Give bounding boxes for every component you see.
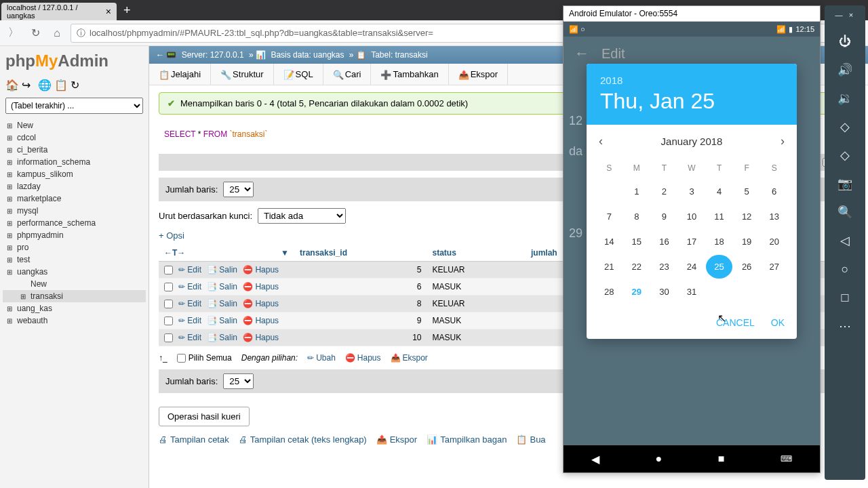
db-item-test[interactable]: ⊞test [3, 253, 146, 266]
row-checkbox[interactable] [164, 333, 173, 342]
delete-row-button[interactable]: ⛔ Hapus [243, 316, 279, 325]
day-31[interactable]: 31 [679, 280, 705, 304]
tab-struktur[interactable]: 🔧Struktur [211, 64, 274, 85]
nav-home-icon[interactable]: ● [656, 453, 663, 465]
day-21[interactable]: 21 [596, 255, 623, 279]
edit-row-button[interactable]: ✏ Edit [178, 333, 201, 342]
day-17[interactable]: 17 [679, 230, 705, 253]
breadcrumb-table[interactable]: Tabel: transaksi [371, 50, 427, 60]
db-item-cdcol[interactable]: ⊞cdcol [3, 131, 146, 144]
tab-sql[interactable]: 📝SQL [274, 64, 323, 85]
db-item-marketplace[interactable]: ⊞marketplace [3, 192, 146, 205]
table-item-transaksi[interactable]: ⊞transaksi [3, 290, 146, 302]
minimize-icon[interactable]: — [833, 9, 844, 20]
day-15[interactable]: 15 [624, 230, 650, 253]
nav-recent-icon[interactable]: ■ [718, 453, 725, 465]
table-item-New[interactable]: New [3, 278, 146, 290]
day-22[interactable]: 22 [624, 255, 650, 279]
delete-row-button[interactable]: ⛔ Hapus [243, 282, 279, 291]
power-icon[interactable]: ⏻ [830, 28, 860, 54]
breadcrumb-db[interactable]: Basis data: uangkas [271, 50, 344, 60]
rotate-left-icon[interactable]: ◇ [830, 114, 860, 140]
db-item-pro[interactable]: ⊞pro [3, 241, 146, 253]
nav-back-icon[interactable]: ◀ [591, 453, 599, 466]
home-icon[interactable]: 🏠 [5, 79, 18, 91]
home-icon[interactable]: ⌂ [49, 25, 65, 41]
db-item-lazday[interactable]: ⊞lazday [3, 180, 146, 192]
recent-tables-select[interactable]: (Tabel terakhir) ... [5, 98, 143, 114]
create-view-link[interactable]: 📋 Bua [516, 434, 545, 445]
day-19[interactable]: 19 [734, 230, 760, 253]
day-16[interactable]: 16 [651, 230, 677, 253]
day-1[interactable]: 1 [624, 180, 650, 203]
rows-limit-select-2[interactable]: 25 [223, 373, 254, 389]
edit-selected-button[interactable]: ✏ Ubah [307, 353, 336, 363]
close-icon[interactable]: × [846, 9, 856, 20]
next-month-icon[interactable]: › [781, 134, 785, 148]
browser-tab[interactable]: localhost / 127.0.0.1 / uangkas × [1, 3, 117, 20]
tab-jelajahi[interactable]: 📋Jelajahi [149, 64, 211, 85]
tab-cari[interactable]: 🔍Cari [323, 64, 372, 85]
row-checkbox[interactable] [164, 300, 173, 308]
docs-icon[interactable]: 📋 [54, 79, 66, 91]
edit-row-button[interactable]: ✏ Edit [178, 316, 201, 325]
row-checkbox[interactable] [164, 317, 173, 325]
col-transaksi_id[interactable]: transaksi_id [294, 245, 427, 262]
delete-row-button[interactable]: ⛔ Hapus [243, 333, 279, 342]
breadcrumb-server[interactable]: Server: 127.0.0.1 [182, 50, 244, 60]
day-20[interactable]: 20 [761, 230, 787, 253]
copy-row-button[interactable]: 📑 Salin [207, 265, 237, 274]
day-29[interactable]: 29 [624, 280, 650, 304]
day-24[interactable]: 24 [679, 255, 705, 279]
back-icon[interactable]: ◁ [830, 228, 860, 253]
db-item-webauth[interactable]: ⊞webauth [3, 314, 146, 327]
day-5[interactable]: 5 [734, 180, 760, 203]
sort-select[interactable]: Tidak ada [258, 208, 346, 224]
query-icon[interactable]: 🌐 [38, 79, 50, 91]
rows-limit-select[interactable]: 25 [223, 182, 254, 197]
chart-link[interactable]: 📊 Tampilkan bagan [427, 434, 507, 445]
reload-icon[interactable]: ↻ [27, 25, 43, 41]
day-4[interactable]: 4 [706, 180, 732, 203]
day-3[interactable]: 3 [679, 180, 705, 203]
day-9[interactable]: 9 [651, 205, 677, 228]
print-full-link[interactable]: 🖨 Tampilan cetak (teks lengkap) [239, 434, 367, 445]
cancel-button[interactable]: CANCEL [716, 317, 755, 328]
volume-down-icon[interactable]: 🔉 [830, 85, 860, 111]
day-8[interactable]: 8 [624, 205, 650, 228]
print-view-link[interactable]: 🖨 Tampilan cetak [159, 434, 229, 445]
day-18[interactable]: 18 [706, 230, 732, 253]
logout-icon[interactable]: ↪ [22, 79, 34, 91]
day-23[interactable]: 23 [651, 255, 677, 279]
db-item-New[interactable]: ⊞New [3, 119, 146, 131]
rotate-right-icon[interactable]: ◇ [830, 142, 860, 168]
copy-row-button[interactable]: 📑 Salin [207, 282, 237, 291]
day-7[interactable]: 7 [596, 205, 623, 228]
db-item-performance_schema[interactable]: ⊞performance_schema [3, 217, 146, 229]
close-tab-icon[interactable]: × [106, 6, 111, 17]
copy-row-button[interactable]: 📑 Salin [207, 316, 237, 325]
export-selected-button[interactable]: 📤 Ekspor [391, 353, 428, 363]
ok-button[interactable]: OK [771, 317, 785, 328]
edit-row-button[interactable]: ✏ Edit [178, 265, 201, 274]
db-item-mysql[interactable]: ⊞mysql [3, 205, 146, 217]
day-11[interactable]: 11 [706, 205, 732, 228]
day-26[interactable]: 26 [734, 255, 760, 279]
day-10[interactable]: 10 [679, 205, 705, 228]
day-27[interactable]: 27 [761, 255, 787, 279]
copy-row-button[interactable]: 📑 Salin [207, 333, 237, 342]
day-6[interactable]: 6 [761, 180, 787, 203]
volume-up-icon[interactable]: 🔊 [830, 57, 860, 83]
tab-tambahkan[interactable]: ➕Tambahkan [371, 64, 448, 85]
datepicker-year[interactable]: 2018 [600, 75, 783, 86]
day-28[interactable]: 28 [596, 280, 623, 304]
zoom-icon[interactable]: 🔍 [830, 199, 860, 225]
nav-keyboard-icon[interactable]: ⌨ [781, 454, 792, 464]
overview-icon[interactable]: □ [830, 285, 860, 310]
delete-row-button[interactable]: ⛔ Hapus [243, 265, 279, 274]
forward-icon[interactable]: 〉 [5, 25, 22, 41]
db-item-information_schema[interactable]: ⊞information_schema [3, 156, 146, 168]
db-item-uangkas[interactable]: ⊞uangkas [3, 266, 146, 278]
home-icon[interactable]: ○ [830, 256, 860, 282]
export-link[interactable]: 📤 Ekspor [376, 434, 417, 445]
